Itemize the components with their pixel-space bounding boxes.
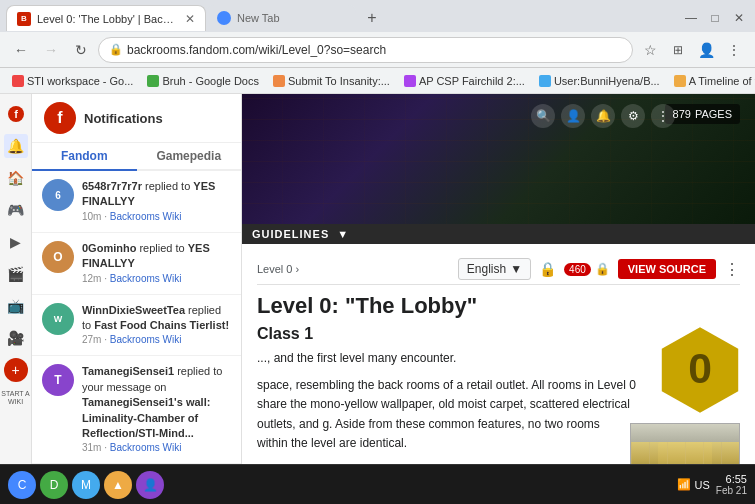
second-tab-title: New Tab	[237, 12, 345, 24]
notif-content-2: 0Gominho replied to YES FINALLYY 12m · B…	[82, 241, 231, 286]
taskbar-user-icon[interactable]: 👤	[136, 471, 164, 499]
wiki-settings-icon[interactable]: ⚙	[621, 104, 645, 128]
notification-tabs: Fandom Gamepedia	[32, 143, 241, 171]
notification-item-1[interactable]: 6 6548r7r7r7r replied to YES FINALLYY 10…	[32, 171, 241, 233]
bookmark-sti-favicon	[12, 75, 24, 87]
wiki-toolbar-icons: 🔍 👤 🔔 ⚙ ⋮	[531, 104, 675, 128]
tv-sidebar-icon[interactable]: 📺	[4, 294, 28, 318]
main-content-area: f 🔔 🏠 🎮 ▶ 🎬 📺 🎥 + START A WIKI f Notific…	[0, 94, 755, 504]
new-tab-button[interactable]: +	[360, 6, 384, 30]
forward-button[interactable]: →	[38, 37, 64, 63]
notif-time-1: 10m · Backrooms Wiki	[82, 210, 231, 224]
bookmark-bunni[interactable]: User:BunniHyena/B...	[535, 74, 664, 88]
notifications-header: f Notifications	[32, 94, 241, 143]
edit-count-badge: 460	[564, 263, 591, 276]
wiki-header-bg: 879 PAGES 🔍 👤 🔔 ⚙ ⋮	[242, 94, 755, 224]
gamepedia-tab[interactable]: Gamepedia	[137, 143, 242, 169]
tab-title: Level 0: 'The Lobby' | Backr...	[37, 13, 179, 25]
bookmark-timeline[interactable]: A Timeline of the B...	[670, 74, 755, 88]
notifications-list: 6 6548r7r7r7r replied to YES FINALLYY 10…	[32, 171, 241, 504]
second-tab[interactable]: New Tab	[206, 5, 356, 31]
wiki-more-icon[interactable]: ⋮	[651, 104, 675, 128]
bookmarks-bar: STI workspace - Go... Bruh - Google Docs…	[0, 68, 755, 94]
wiki-search-icon[interactable]: 🔍	[531, 104, 555, 128]
page-count-label: PAGES	[695, 108, 732, 120]
video-sidebar-icon[interactable]: 🎥	[4, 326, 28, 350]
bookmark-sti[interactable]: STI workspace - Go...	[8, 74, 137, 88]
taskbar-chrome-icon[interactable]: C	[8, 471, 36, 499]
bookmark-submit-label: Submit To Insanity:...	[288, 75, 390, 87]
notif-avatar-4: T	[42, 364, 74, 396]
second-tab-favicon	[217, 11, 231, 25]
wiki-bell-icon[interactable]: 🔔	[591, 104, 615, 128]
active-tab[interactable]: B Level 0: 'The Lobby' | Backr... ✕	[6, 5, 206, 31]
notif-avatar-1: 6	[42, 179, 74, 211]
wiki-page: 879 PAGES 🔍 👤 🔔 ⚙ ⋮ GUIDELINES ▼ Level 0…	[242, 94, 755, 504]
notification-item-3[interactable]: W WinnDixieSweetTea replied to Fast Food…	[32, 295, 241, 357]
profile-button[interactable]: 👤	[693, 37, 719, 63]
wiki-user-icon[interactable]: 👤	[561, 104, 585, 128]
tab-favicon: B	[17, 12, 31, 26]
wiki-lang-bar: Level 0 › English ▼ 🔒 460 🔒 VIEW SOURCE …	[257, 254, 740, 285]
bookmark-submit-favicon	[273, 75, 285, 87]
room-ceiling	[631, 424, 739, 442]
bookmark-bruh[interactable]: Bruh - Google Docs	[143, 74, 263, 88]
extensions-button[interactable]: ⊞	[665, 37, 691, 63]
notifications-panel: f Notifications Fandom Gamepedia 6 6548r…	[32, 94, 242, 504]
taskbar-meet-icon[interactable]: M	[72, 471, 100, 499]
language-select[interactable]: English ▼	[458, 258, 531, 280]
bookmark-ap-favicon	[404, 75, 416, 87]
tab-bar-controls: — □ ✕	[681, 8, 749, 28]
bookmark-submit[interactable]: Submit To Insanity:...	[269, 74, 394, 88]
menu-button[interactable]: ⋮	[721, 37, 747, 63]
bookmark-bunni-label: User:BunniHyena/B...	[554, 75, 660, 87]
home-sidebar-icon[interactable]: 🏠	[4, 166, 28, 190]
sidebar-region: f 🔔 🏠 🎮 ▶ 🎬 📺 🎥 + START A WIKI f Notific…	[0, 94, 242, 504]
wiki-page-title: Level 0: "The Lobby"	[257, 293, 740, 319]
games-sidebar-icon[interactable]: 🎮	[4, 198, 28, 222]
language-dropdown-arrow: ▼	[510, 262, 522, 276]
taskbar-docs-icon[interactable]: D	[40, 471, 68, 499]
view-source-button[interactable]: VIEW SOURCE	[618, 259, 716, 279]
notif-avatar-2: O	[42, 241, 74, 273]
bookmark-timeline-favicon	[674, 75, 686, 87]
guidelines-dropdown-arrow[interactable]: ▼	[337, 228, 348, 240]
nav-bar: ← → ↻ 🔒 backrooms.fandom.com/wiki/Level_…	[0, 32, 755, 68]
svg-text:0: 0	[688, 344, 712, 392]
bookmark-star-button[interactable]: ☆	[637, 37, 663, 63]
refresh-button[interactable]: ↻	[68, 37, 94, 63]
wiki-guidelines-bar: GUIDELINES ▼	[242, 224, 755, 244]
notifications-title: Notifications	[84, 111, 163, 126]
movies-sidebar-icon[interactable]: 🎬	[4, 262, 28, 286]
wiki-actions-bar: English ▼ 🔒 460 🔒 VIEW SOURCE ⋮	[458, 258, 740, 280]
back-button[interactable]: ←	[8, 37, 34, 63]
fandom-logo-icon[interactable]: f	[4, 102, 28, 126]
taskbar-apps: C D M ▲ 👤	[8, 471, 164, 499]
fandom-tab[interactable]: Fandom	[32, 143, 137, 171]
taskbar-network-icon: 📶	[677, 478, 691, 491]
bookmark-bruh-label: Bruh - Google Docs	[162, 75, 259, 87]
edit-count-area: 460 🔒	[564, 262, 610, 276]
notification-item-4[interactable]: T TamanegiSensei1 replied to your messag…	[32, 356, 241, 464]
anime-sidebar-icon[interactable]: ▶	[4, 230, 28, 254]
minimize-button[interactable]: —	[681, 8, 701, 28]
more-options-button[interactable]: ⋮	[724, 260, 740, 279]
tab-bar: B Level 0: 'The Lobby' | Backr... ✕ New …	[0, 0, 755, 32]
tab-close-button[interactable]: ✕	[185, 12, 195, 26]
taskbar-date: Feb 21	[716, 485, 747, 496]
address-bar[interactable]: 🔒 backrooms.fandom.com/wiki/Level_0?so=s…	[98, 37, 633, 63]
taskbar-clock: 6:55 Feb 21	[716, 473, 747, 496]
close-window-button[interactable]: ✕	[729, 8, 749, 28]
notif-time-3: 27m · Backrooms Wiki	[82, 333, 231, 347]
bookmark-ap[interactable]: AP CSP Fairchild 2:...	[400, 74, 529, 88]
notif-avatar-3: W	[42, 303, 74, 335]
bookmark-bunni-favicon	[539, 75, 551, 87]
taskbar-drive-icon[interactable]: ▲	[104, 471, 132, 499]
bookmark-sti-label: STI workspace - Go...	[27, 75, 133, 87]
notif-time-2: 12m · Backrooms Wiki	[82, 272, 231, 286]
start-wiki-icon[interactable]: +	[4, 358, 28, 382]
notifications-icon[interactable]: 🔔	[4, 134, 28, 158]
taskbar-right: 📶 US 6:55 Feb 21	[677, 473, 747, 496]
maximize-button[interactable]: □	[705, 8, 725, 28]
notification-item-2[interactable]: O 0Gominho replied to YES FINALLYY 12m ·…	[32, 233, 241, 295]
